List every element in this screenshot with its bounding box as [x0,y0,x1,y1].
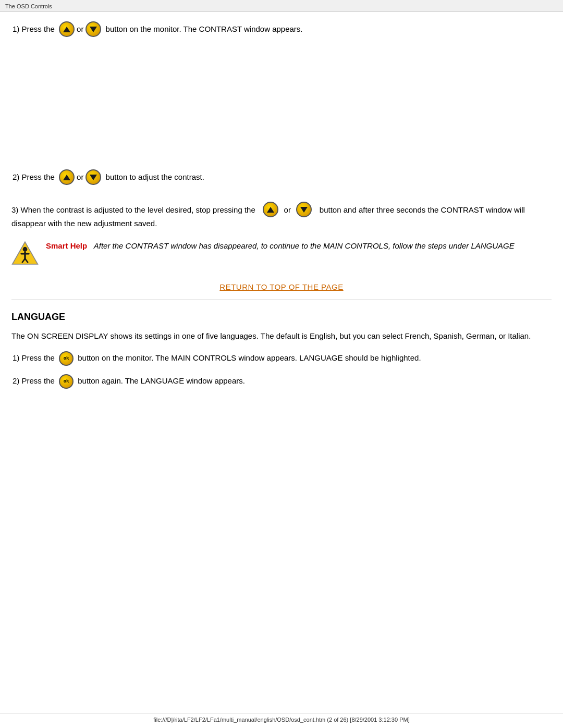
up-button-step1[interactable] [59,21,75,37]
step2-or: or [77,171,83,183]
smart-help-content: Smart Help After the CONTRAST window has… [46,240,515,252]
lang-step2-line: 2) Press the ok button again. The LANGUA… [11,374,552,389]
warning-icon [11,240,39,267]
step3-prefix: 3) When the contrast is adjusted to the … [11,205,255,214]
svg-point-2 [23,247,28,252]
browser-tab: The OSD Controls [0,0,563,12]
lang-step1-prefix: 1) Press the [13,352,55,365]
step2-line: 2) Press the or button to adjust the con… [11,169,552,185]
lang-step2-suffix: button again. The LANGUAGE window appear… [78,375,245,388]
smart-help-label: Smart Help [46,241,87,250]
osd-button-lang2[interactable]: ok [59,374,74,389]
step1-line: 1) Press the or button on the monitor. T… [11,21,552,37]
lang-step2-prefix: 2) Press the [13,375,55,388]
section-divider [11,300,552,300]
osd-button-lang1[interactable]: ok [59,351,74,366]
language-para1: The ON SCREEN DISPLAY shows its settings… [11,330,552,343]
down-button-step1[interactable] [85,21,101,37]
page-content: 1) Press the or button on the monitor. T… [0,12,563,428]
step1-or: or [77,23,83,35]
down-button-step2[interactable] [85,169,101,185]
footer: file:///D|/rita/LF2/LF2/LFa1/multi_manua… [0,713,563,723]
language-title: LANGUAGE [11,312,552,323]
image-area [11,44,552,169]
language-section: LANGUAGE The ON SCREEN DISPLAY shows its… [11,312,552,389]
step2-suffix: button to adjust the contrast. [106,171,204,183]
down-button-step3[interactable] [296,202,312,217]
return-to-top-link[interactable]: RETURN TO TOP OF THE PAGE [219,282,343,291]
smart-help-text: After the CONTRAST window has disappeare… [94,241,515,250]
up-button-step3[interactable] [263,202,278,217]
step3-or: or [282,205,293,214]
up-button-step2[interactable] [59,169,75,185]
step3-para: 3) When the contrast is adjusted to the … [11,202,552,230]
step2-prefix: 2) Press the [13,171,55,183]
step1-prefix: 1) Press the [13,23,55,35]
lang-step1-suffix: button on the monitor. The MAIN CONTROLS… [78,352,421,365]
step1-suffix: button on the monitor. The CONTRAST wind… [106,23,303,35]
smart-help-box: Smart Help After the CONTRAST window has… [11,240,552,267]
return-link-container: RETURN TO TOP OF THE PAGE [11,282,552,291]
lang-step1-line: 1) Press the ok button on the monitor. T… [11,351,552,366]
